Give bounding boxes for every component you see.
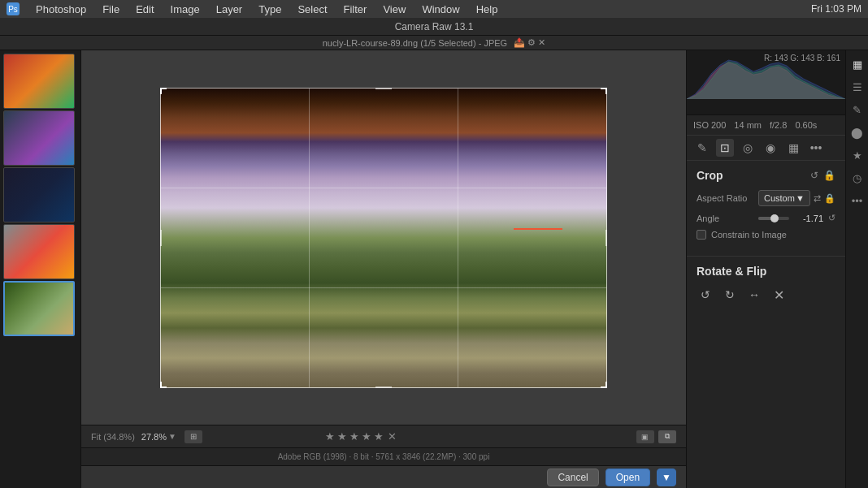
status-bar: Adobe RGB (1998) · 8 bit · 5761 x 3846 (…: [81, 447, 686, 465]
angle-slider-track[interactable]: [758, 217, 789, 220]
crop-handle-bottom-right[interactable]: [601, 382, 607, 388]
aspect-swap-icon[interactable]: ⇄: [814, 193, 821, 204]
aspect-ratio-value: Custom ▼ ⇄ 🔒: [758, 190, 835, 206]
angle-value: -1.71: [794, 214, 823, 223]
tool-filter-icon[interactable]: ▦: [784, 139, 802, 157]
edge-tool-more[interactable]: •••: [848, 192, 866, 209]
bottom-controls: Fit (34.8%) 27.8% ▼ ⊞ ★ ★ ★ ★ ★ ✕: [81, 425, 686, 447]
edge-tool-histogram[interactable]: ▦: [848, 55, 866, 73]
tool-crop-icon[interactable]: ⊡: [716, 139, 734, 157]
crop-section-icons: ↺ 🔒: [810, 170, 835, 181]
delete-crop-button[interactable]: ✕: [770, 286, 788, 304]
menu-view[interactable]: View: [380, 2, 409, 17]
aspect-ratio-row: Aspect Ratio Custom ▼ ⇄ 🔒: [697, 190, 835, 206]
action-buttons-bar: Cancel Open ▼: [81, 465, 686, 488]
edge-tool-presets[interactable]: ★: [848, 146, 866, 164]
thumbnail-4[interactable]: [3, 224, 75, 279]
menu-select[interactable]: Select: [294, 2, 330, 17]
rotate-section-header: Rotate & Flip: [697, 265, 835, 278]
menu-edit[interactable]: Edit: [132, 2, 157, 17]
edge-tool-edit[interactable]: ✎: [848, 101, 866, 119]
tool-edit-icon[interactable]: ✎: [693, 139, 711, 157]
thumbnail-1[interactable]: [3, 54, 75, 109]
thumbnail-3[interactable]: [3, 167, 75, 222]
tool-heal-icon[interactable]: ◎: [739, 139, 757, 157]
canvas-wrapper: [81, 50, 686, 425]
right-edge-tools: ▦ ☰ ✎ ⬤ ★ ◷ •••: [845, 50, 868, 488]
star-3[interactable]: ★: [349, 430, 359, 443]
canvas-cursor: [378, 238, 383, 243]
zoom-arrow[interactable]: ▼: [168, 432, 176, 441]
zoom-fit-icon[interactable]: ⊞: [184, 430, 202, 443]
grid-line-horizontal-1: [161, 188, 606, 188]
thumbnail-5[interactable]: [3, 281, 75, 336]
edge-tool-mask[interactable]: ⬤: [848, 123, 866, 141]
star-reject[interactable]: ✕: [388, 430, 397, 443]
aspect-ratio-label: Aspect Ratio: [697, 193, 753, 203]
edge-tool-metadata[interactable]: ☰: [848, 78, 866, 96]
constrain-checkbox[interactable]: [697, 230, 706, 240]
app-window: Ps Photoshop File Edit Image Layer Type …: [0, 0, 868, 488]
menu-layer[interactable]: Layer: [213, 2, 246, 17]
photo-container[interactable]: [160, 88, 607, 388]
rotate-section: Rotate & Flip ↺ ↻ ↔ ✕: [687, 257, 845, 312]
menu-image[interactable]: Image: [167, 2, 203, 17]
star-rating[interactable]: ★ ★ ★ ★ ★ ✕: [325, 430, 397, 443]
rotate-title: Rotate & Flip: [697, 265, 766, 278]
zoom-fit-symbol: ⊞: [190, 432, 197, 441]
crop-lock-icon[interactable]: 🔒: [823, 170, 835, 181]
star-1[interactable]: ★: [325, 430, 335, 443]
focal-value: 14 mm: [734, 120, 762, 130]
menu-type[interactable]: Type: [255, 2, 284, 17]
split-view-btn[interactable]: ⧉: [658, 430, 676, 443]
open-icons: 📤 ⚙ ✕: [514, 37, 545, 48]
menu-file[interactable]: File: [99, 2, 123, 17]
cancel-button[interactable]: Cancel: [547, 469, 598, 486]
zoom-value: 27.8%: [141, 432, 167, 442]
aspect-lock-icon[interactable]: 🔒: [824, 193, 835, 204]
star-4[interactable]: ★: [362, 430, 371, 443]
content-area: Fit (34.8%) 27.8% ▼ ⊞ ★ ★ ★ ★ ★ ✕: [0, 50, 868, 488]
status-text: Adobe RGB (1998) · 8 bit · 5761 x 3846 (…: [278, 452, 490, 461]
tool-redeye-icon[interactable]: ◉: [762, 139, 779, 157]
crop-handle-mid-left[interactable]: [160, 230, 163, 246]
grid-line-vertical-1: [309, 89, 310, 387]
crop-handle-bottom-mid[interactable]: [375, 385, 392, 388]
menu-photoshop[interactable]: Photoshop: [33, 2, 89, 17]
menu-window[interactable]: Window: [419, 2, 462, 17]
grid-line-horizontal-2: [161, 287, 606, 288]
file-title-bar: nucly-LR-course-89.dng (1/5 Selected) - …: [0, 36, 868, 50]
menu-filter[interactable]: Filter: [341, 2, 371, 17]
single-view-btn[interactable]: ▣: [636, 430, 654, 443]
crop-section: Crop ↺ 🔒 Aspect Ratio Custom ▼ ⇄: [687, 161, 845, 257]
time-display: Fri 1:03 PM: [811, 3, 861, 15]
tool-more-icon[interactable]: •••: [807, 139, 825, 157]
histogram-area: R: 143 G: 143 B: 161: [687, 50, 845, 115]
rotate-cw-button[interactable]: ↻: [721, 286, 739, 304]
menu-help[interactable]: Help: [473, 2, 501, 17]
crop-handle-top-right[interactable]: [601, 88, 607, 94]
crop-handle-mid-right[interactable]: [604, 230, 607, 246]
star-2[interactable]: ★: [337, 430, 347, 443]
angle-reset-icon[interactable]: ↺: [828, 213, 835, 223]
aperture-value: f/2.8: [770, 120, 787, 130]
view-buttons: ▣ ⧉: [636, 430, 676, 443]
open-button[interactable]: Open: [605, 469, 650, 486]
window-title: Camera Raw 13.1: [395, 21, 474, 32]
rotate-buttons: ↺ ↻ ↔ ✕: [697, 286, 835, 304]
thumbnail-2[interactable]: [3, 110, 75, 166]
edge-tool-snapshots[interactable]: ◷: [848, 169, 866, 187]
crop-handle-top-mid[interactable]: [375, 88, 392, 91]
crop-handle-bottom-left[interactable]: [160, 382, 167, 388]
aspect-ratio-arrow: ▼: [796, 193, 805, 203]
crop-handle-top-left[interactable]: [160, 88, 167, 94]
zoom-control[interactable]: 27.8% ▼: [141, 432, 176, 442]
panel-tool-icons: ✎ ⊡ ◎ ◉ ▦ •••: [687, 136, 845, 161]
aspect-ratio-dropdown[interactable]: Custom ▼: [758, 190, 810, 206]
flip-h-button[interactable]: ↔: [745, 286, 763, 304]
open-dropdown-button[interactable]: ▼: [657, 469, 676, 486]
crop-reset-icon[interactable]: ↺: [810, 170, 818, 181]
rotate-ccw-button[interactable]: ↺: [697, 286, 714, 304]
angle-slider-thumb[interactable]: [770, 214, 779, 222]
star-5[interactable]: ★: [374, 430, 384, 443]
